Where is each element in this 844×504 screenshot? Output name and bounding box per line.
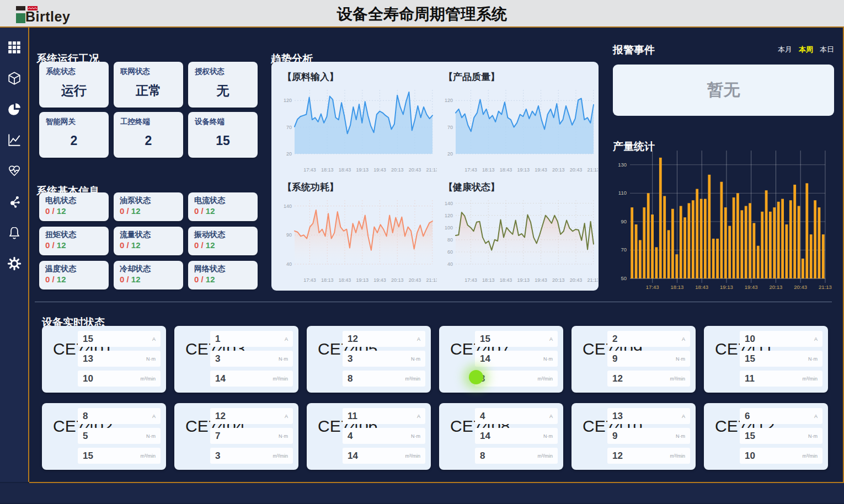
device-value: 11 (745, 373, 755, 384)
svg-text:110: 110 (618, 190, 627, 196)
info-card-count: 0 / 12 (45, 206, 103, 216)
device-values: 10A15N·m11m³/min (740, 331, 822, 387)
device-unit: m³/min (538, 453, 553, 459)
gear-icon[interactable] (7, 256, 22, 271)
trend-chart-3: 【系统功耗】140904017:4318:1318:4319:1319:4320… (277, 178, 438, 288)
device-unit: A (417, 414, 420, 419)
alarm-tab-本周[interactable]: 本周 (799, 45, 813, 55)
svg-text:18:13: 18:13 (321, 277, 334, 283)
status-card-value: 15 (195, 127, 251, 154)
page-title: 设备全寿命周期管理系统 (0, 4, 844, 25)
device-value: 6 (745, 411, 750, 422)
device-card-CE7406[interactable]: CE740611A4N·m14m³/min (307, 403, 431, 470)
device-value: 8 (83, 411, 88, 422)
device-value: 10 (83, 373, 93, 384)
health-pulse-icon[interactable] (7, 163, 22, 179)
device-value-row: 12m³/min (607, 448, 690, 464)
alarm-empty-card: 暂无 (613, 65, 834, 116)
device-values: 12A7N·m3m³/min (210, 408, 293, 464)
device-value: 9 (612, 431, 617, 442)
device-value-row: 8m³/min (343, 371, 425, 387)
device-values: 4A14N·m8m³/min (475, 408, 558, 464)
sidebar (0, 28, 29, 482)
bell-icon[interactable] (7, 225, 22, 240)
status-card-value: 正常 (120, 77, 177, 104)
svg-text:20: 20 (447, 151, 453, 157)
info-card-count: 0 / 12 (194, 206, 252, 216)
pie-chart-icon[interactable] (7, 101, 22, 117)
info-card-label: 流量状态 (120, 230, 177, 240)
svg-text:20:13: 20:13 (552, 277, 565, 283)
trend-chart-svg: 14012010080604017:4318:1318:4319:1319:43… (440, 195, 598, 286)
device-value: 14 (215, 373, 226, 384)
info-card: 温度状态0 / 12 (39, 261, 109, 289)
device-value-row: 15N·m (740, 428, 822, 444)
svg-text:20:43: 20:43 (409, 167, 421, 173)
device-unit: N·m (808, 356, 818, 362)
device-values: 13A9N·m12m³/min (607, 408, 690, 464)
alarm-tab-本日[interactable]: 本日 (820, 45, 834, 55)
svg-text:18:43: 18:43 (500, 167, 512, 173)
svg-text:100: 100 (445, 225, 453, 230)
device-value-row: 4N·m (343, 428, 425, 444)
svg-text:18:43: 18:43 (500, 277, 512, 283)
svg-text:20:13: 20:13 (391, 167, 404, 173)
status-card: 系统状态运行 (39, 62, 109, 108)
device-card-CE7405[interactable]: CE740512A3N·m8m³/min (307, 326, 431, 393)
svg-text:19:13: 19:13 (356, 167, 368, 173)
device-value: 12 (215, 411, 226, 422)
cube-icon[interactable] (7, 71, 22, 86)
device-value: 10 (745, 451, 755, 462)
svg-text:21:13: 21:13 (587, 167, 598, 173)
line-chart-icon[interactable] (7, 132, 22, 148)
device-card-CE7409[interactable]: CE74092A9N·m12m³/min (571, 326, 696, 393)
info-card-label: 电流状态 (194, 196, 252, 206)
status-indicator-dot (469, 370, 483, 384)
svg-text:20:13: 20:13 (770, 284, 783, 290)
production-bar-chart: 13011090705017:4318:1318:4319:1319:4320:… (611, 141, 832, 303)
alarm-empty-text: 暂无 (707, 79, 740, 101)
device-card-CE7404[interactable]: CE740412A7N·m3m³/min (174, 403, 298, 470)
trend-chart-title: 【系统功耗】 (282, 181, 437, 194)
svg-text:18:13: 18:13 (671, 284, 684, 290)
device-value: 12 (612, 373, 623, 384)
apps-grid-icon[interactable] (7, 40, 22, 55)
device-card-CE7412[interactable]: CE74126A15N·m10m³/min (704, 403, 828, 470)
device-card-CE7401[interactable]: CE740115A13N·m10m³/min (42, 326, 166, 393)
svg-text:18:13: 18:13 (482, 277, 495, 283)
section-divider (35, 302, 832, 302)
molecule-icon[interactable] (7, 194, 22, 210)
device-unit: m³/min (538, 376, 553, 382)
device-card-CE7408[interactable]: CE74084A14N·m8m³/min (439, 403, 563, 470)
svg-text:19:13: 19:13 (517, 167, 530, 173)
main-area: 系统运行工况 系统状态运行联网状态正常授权状态无智能网关2工控终端2设备终端15… (0, 26, 844, 482)
device-card-CE7402[interactable]: CE74028A5N·m15m³/min (42, 403, 166, 470)
system-status-grid: 系统状态运行联网状态正常授权状态无智能网关2工控终端2设备终端15 (39, 62, 258, 158)
info-card-label: 温度状态 (45, 264, 103, 274)
status-card-label: 授权状态 (195, 67, 251, 77)
device-values: 2A9N·m12m³/min (607, 331, 690, 387)
device-card-CE7410[interactable]: CE741013A9N·m12m³/min (571, 403, 696, 470)
svg-text:18:13: 18:13 (482, 167, 495, 173)
device-unit: N·m (411, 356, 420, 362)
basic-info-grid: 电机状态0 / 12油泵状态0 / 12电流状态0 / 12扭矩状态0 / 12… (39, 192, 258, 289)
device-card-CE7407[interactable]: CE740715A14N·m3m³/min (439, 326, 563, 393)
device-card-CE7403[interactable]: CE74031A3N·m14m³/min (174, 326, 298, 393)
device-card-CE7411[interactable]: CE741110A15N·m11m³/min (704, 326, 828, 393)
device-value-row: 9N·m (607, 428, 690, 444)
status-card-value: 无 (195, 77, 251, 104)
device-value-row: 2A (607, 331, 690, 347)
device-value-row: 14m³/min (210, 371, 293, 387)
device-value-row: 11m³/min (740, 371, 822, 387)
alarm-tab-本月[interactable]: 本月 (778, 45, 792, 55)
svg-text:17:43: 17:43 (303, 277, 316, 283)
device-values: 1A3N·m14m³/min (210, 331, 293, 387)
device-value-row: 11A (343, 408, 425, 424)
device-value: 2 (612, 334, 617, 345)
device-unit: N·m (146, 356, 156, 362)
status-card-label: 系统状态 (46, 67, 102, 77)
device-value: 15 (745, 431, 755, 442)
device-value-row: 10m³/min (740, 448, 822, 464)
info-card-count: 0 / 12 (194, 240, 252, 250)
device-unit: m³/min (273, 376, 289, 382)
